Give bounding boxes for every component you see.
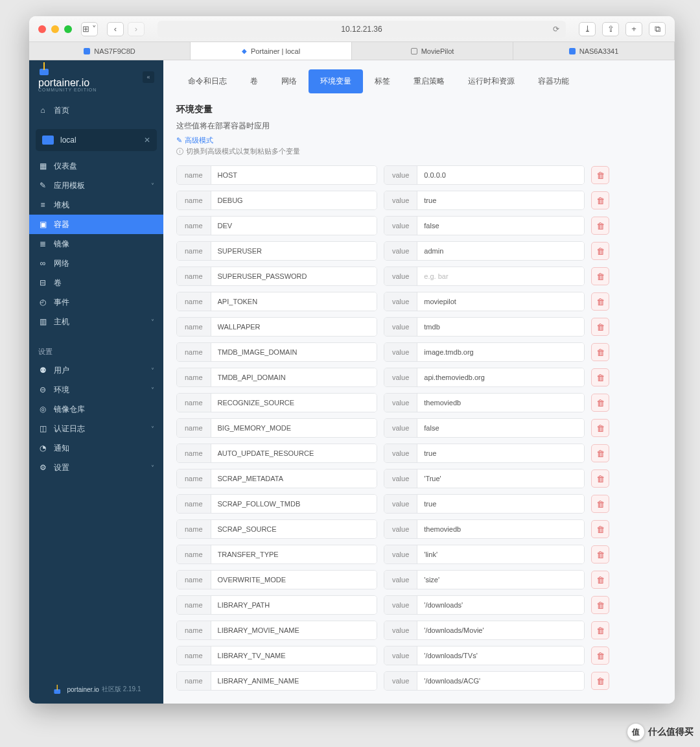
env-name-input[interactable]	[211, 444, 377, 462]
env-name-input[interactable]	[211, 520, 377, 538]
refresh-icon[interactable]: ⟳	[553, 25, 559, 34]
env-name-input[interactable]	[211, 621, 377, 639]
env-name-input[interactable]	[211, 217, 377, 235]
delete-button[interactable]: 🗑	[591, 343, 609, 361]
new-tab-button[interactable]: +	[625, 22, 642, 36]
delete-button[interactable]: 🗑	[591, 444, 609, 462]
delete-button[interactable]: 🗑	[591, 621, 609, 639]
env-value-input[interactable]	[417, 545, 584, 563]
delete-button[interactable]: 🗑	[591, 166, 609, 184]
env-close-icon[interactable]: ✕	[144, 136, 150, 145]
sidebar-item[interactable]: ✎应用模板˅	[29, 176, 163, 195]
env-value-input[interactable]	[417, 292, 584, 311]
delete-button[interactable]: 🗑	[591, 672, 609, 690]
sidebar-item[interactable]: ≡堆栈	[29, 195, 163, 215]
delete-button[interactable]: 🗑	[591, 520, 609, 538]
sidebar-settings-item[interactable]: ⊖环境˅	[29, 380, 163, 399]
env-value-input[interactable]	[417, 368, 584, 386]
env-name-input[interactable]	[211, 318, 377, 336]
delete-button[interactable]: 🗑	[591, 318, 609, 336]
maximize-window-button[interactable]	[64, 25, 72, 33]
sidebar-item[interactable]: ▣容器	[29, 215, 163, 234]
sidebar-item[interactable]: ∞网络	[29, 254, 163, 273]
delete-button[interactable]: 🗑	[591, 217, 609, 235]
env-name-input[interactable]	[211, 596, 377, 614]
env-value-input[interactable]	[417, 672, 584, 690]
env-name-input[interactable]	[211, 368, 377, 386]
content-tab[interactable]: 环境变量	[309, 69, 363, 93]
env-value-input[interactable]	[417, 242, 584, 260]
env-name-input[interactable]	[211, 495, 377, 513]
env-value-input[interactable]	[417, 520, 584, 538]
env-name-input[interactable]	[211, 394, 377, 412]
env-value-input[interactable]	[417, 318, 584, 336]
sidebar-item[interactable]: ▦仪表盘	[29, 156, 163, 176]
sidebar-item[interactable]: ⊟卷	[29, 273, 163, 292]
collapse-sidebar-button[interactable]: «	[143, 71, 154, 83]
env-name-input[interactable]	[211, 242, 377, 260]
delete-button[interactable]: 🗑	[591, 646, 609, 665]
env-name-input[interactable]	[211, 571, 377, 589]
env-value-input[interactable]	[417, 419, 584, 437]
tabs-overview-button[interactable]: ⧉	[649, 22, 666, 36]
env-name-input[interactable]	[211, 646, 377, 665]
delete-button[interactable]: 🗑	[591, 495, 609, 513]
browser-tab[interactable]: ◆Portainer | local	[191, 42, 352, 60]
browser-tab[interactable]: MoviePilot	[352, 42, 513, 60]
advanced-mode-link[interactable]: ✎高级模式	[176, 136, 662, 145]
env-value-input[interactable]	[417, 596, 584, 614]
back-button[interactable]: ‹	[107, 22, 124, 36]
delete-button[interactable]: 🗑	[591, 571, 609, 589]
minimize-window-button[interactable]	[51, 25, 59, 33]
sidebar-settings-item[interactable]: ⚙设置˅	[29, 458, 163, 477]
env-name-input[interactable]	[211, 545, 377, 563]
content-tab[interactable]: 运行时和资源	[456, 69, 526, 93]
delete-button[interactable]: 🗑	[591, 596, 609, 614]
env-value-input[interactable]	[417, 191, 584, 209]
delete-button[interactable]: 🗑	[591, 545, 609, 563]
sidebar-item[interactable]: ▥主机˅	[29, 312, 163, 331]
delete-button[interactable]: 🗑	[591, 394, 609, 412]
delete-button[interactable]: 🗑	[591, 242, 609, 260]
sidebar-settings-item[interactable]: ◎镜像仓库	[29, 399, 163, 419]
sidebar-item[interactable]: ◴事件	[29, 292, 163, 312]
content-tab[interactable]: 标签	[363, 69, 402, 93]
sidebar-settings-item[interactable]: ◔通知	[29, 438, 163, 458]
content-tab[interactable]: 容器功能	[526, 69, 581, 93]
delete-button[interactable]: 🗑	[591, 419, 609, 437]
env-value-input[interactable]	[417, 217, 584, 235]
share-button[interactable]: ⇪	[602, 22, 619, 36]
content-tab[interactable]: 卷	[239, 69, 270, 93]
content-tab[interactable]: 命令和日志	[176, 69, 239, 93]
delete-button[interactable]: 🗑	[591, 267, 609, 285]
sidebar-environment[interactable]: local ✕	[36, 129, 157, 151]
env-value-input[interactable]	[417, 495, 584, 513]
sidebar-settings-item[interactable]: ◫认证日志˅	[29, 419, 163, 438]
delete-button[interactable]: 🗑	[591, 368, 609, 386]
sidebar-settings-item[interactable]: ⚉用户˅	[29, 361, 163, 380]
close-window-button[interactable]	[38, 25, 46, 33]
forward-button[interactable]: ›	[128, 22, 145, 36]
browser-tab[interactable]: NAS6A3341	[513, 42, 675, 60]
content-tab[interactable]: 网络	[270, 69, 309, 93]
env-value-input[interactable]	[417, 646, 584, 665]
env-name-input[interactable]	[211, 343, 377, 361]
url-bar[interactable]: 10.12.21.36 ⟳	[158, 21, 566, 38]
env-value-input[interactable]	[417, 343, 584, 361]
sidebar-toggle-button[interactable]: ⊞ ˅	[81, 22, 98, 36]
delete-button[interactable]: 🗑	[591, 469, 609, 488]
env-name-input[interactable]	[211, 191, 377, 209]
content-tab[interactable]: 重启策略	[402, 69, 456, 93]
env-name-input[interactable]	[211, 166, 377, 184]
delete-button[interactable]: 🗑	[591, 292, 609, 311]
browser-tab[interactable]: NAS7F9C8D	[29, 42, 191, 60]
delete-button[interactable]: 🗑	[591, 191, 609, 209]
env-value-input[interactable]	[417, 444, 584, 462]
env-name-input[interactable]	[211, 292, 377, 311]
sidebar-item[interactable]: ≣镜像	[29, 234, 163, 254]
env-value-input[interactable]	[417, 571, 584, 589]
env-value-input[interactable]	[417, 469, 584, 488]
env-name-input[interactable]	[211, 419, 377, 437]
env-value-input[interactable]	[417, 166, 584, 184]
env-name-input[interactable]	[211, 672, 377, 690]
